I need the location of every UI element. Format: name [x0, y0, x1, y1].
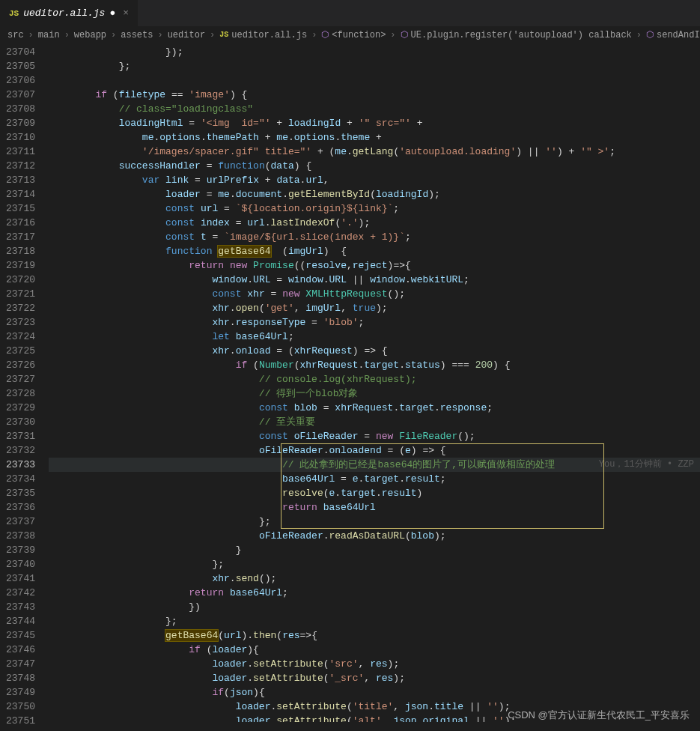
line-number: 23728: [6, 386, 35, 401]
symbol-icon: ⬡: [321, 29, 329, 40]
line-number: 23715: [6, 201, 35, 216]
code-line[interactable]: successHandler = function(data) {: [49, 159, 700, 173]
line-number: 23752: [6, 728, 35, 731]
line-number: 23732: [6, 443, 35, 458]
line-number: 23716: [6, 216, 35, 230]
breadcrumb-symbol[interactable]: UE.plugin.register('autoupload') callbac…: [411, 30, 632, 40]
line-number: 23718: [6, 244, 35, 258]
line-number: 23710: [6, 130, 35, 145]
code-line[interactable]: const url = `${location.origin}${link}`;: [49, 201, 700, 216]
code-line[interactable]: xhr.send();: [49, 571, 700, 586]
line-number: 23739: [6, 543, 35, 557]
code-line[interactable]: };: [49, 614, 700, 628]
line-number: 23711: [6, 145, 35, 159]
code-line[interactable]: var link = urlPrefix + data.url,: [49, 173, 700, 187]
code-line[interactable]: [49, 73, 700, 88]
line-gutter: 2370423705237062370723708237092371023711…: [0, 43, 49, 722]
tab-ueditor[interactable]: JS ueditor.all.js ● ×: [0, 0, 138, 26]
code-line[interactable]: if (Number(xhrRequest.target.status) ===…: [49, 358, 700, 372]
tab-filename: ueditor.all.js: [23, 7, 105, 19]
breadcrumb-symbol[interactable]: <function>: [332, 30, 386, 40]
js-file-icon: JS: [9, 9, 19, 18]
code-line[interactable]: }): [49, 600, 700, 614]
code-line[interactable]: // class="loadingclass": [49, 102, 700, 116]
code-line[interactable]: };: [49, 515, 700, 529]
breadcrumb-file[interactable]: ueditor.all.js: [231, 30, 307, 40]
breadcrumb-part[interactable]: ueditor: [168, 30, 205, 40]
code-line[interactable]: });: [49, 45, 700, 59]
code-line[interactable]: const blob = xhrRequest.target.response;: [49, 401, 700, 415]
line-number: 23738: [6, 529, 35, 543]
code-line[interactable]: xhr.responseType = 'blob';: [49, 315, 700, 330]
line-number: 23730: [6, 415, 35, 429]
code-editor[interactable]: 2370423705237062370723708237092371023711…: [0, 43, 700, 722]
line-number: 23724: [6, 330, 35, 344]
breadcrumb[interactable]: src›main›webapp›assets›ueditor›JS uedito…: [0, 26, 700, 43]
code-line[interactable]: const xhr = new XMLHttpRequest();: [49, 287, 700, 301]
code-line[interactable]: // 此处拿到的已经是base64的图片了,可以赋值做相应的处理You，11分钟…: [49, 458, 700, 472]
code-line[interactable]: if(json){: [49, 685, 700, 700]
code-line[interactable]: getBase64(url).then(res=>{: [49, 628, 700, 643]
code-line[interactable]: base64Url = e.target.result;: [49, 472, 700, 486]
line-number: 23709: [6, 116, 35, 130]
code-line[interactable]: oFileReader.onloadend = (e) => {: [49, 443, 700, 458]
code-line[interactable]: const index = url.lastIndexOf('.');: [49, 216, 700, 230]
symbol-icon: ⬡: [646, 29, 654, 40]
code-area[interactable]: }); }; if (filetype == 'image') { // cla…: [49, 43, 700, 722]
git-blame-annotation: You，11分钟前 • ZZP: [599, 458, 694, 472]
line-number: 23705: [6, 59, 35, 73]
breadcrumb-part[interactable]: main: [38, 30, 60, 40]
code-line[interactable]: // 得到一个blob对象: [49, 386, 700, 401]
line-number: 23747: [6, 657, 35, 671]
line-number: 23719: [6, 258, 35, 273]
code-line[interactable]: const oFileReader = new FileReader();: [49, 429, 700, 443]
code-line[interactable]: oFileReader.readAsDataURL(blob);: [49, 529, 700, 543]
breadcrumb-part[interactable]: assets: [121, 30, 153, 40]
code-line[interactable]: xhr.onload = (xhrRequest) => {: [49, 344, 700, 358]
code-line[interactable]: let base64Url;: [49, 330, 700, 344]
code-line[interactable]: // console.log(xhrRequest);: [49, 372, 700, 386]
code-line[interactable]: };: [49, 59, 700, 73]
tab-modified-indicator: ●: [109, 7, 115, 19]
line-number: 23717: [6, 230, 35, 244]
line-number: 23748: [6, 671, 35, 685]
code-line[interactable]: loader.setAttribute('src', res);: [49, 657, 700, 671]
code-line[interactable]: xhr.open('get', imgUrl, true);: [49, 301, 700, 315]
code-line[interactable]: if (loader){: [49, 643, 700, 657]
line-number: 23734: [6, 472, 35, 486]
line-number: 23723: [6, 315, 35, 330]
line-number: 23725: [6, 344, 35, 358]
code-line[interactable]: return base64Url: [49, 500, 700, 515]
code-line[interactable]: // 至关重要: [49, 415, 700, 429]
line-number: 23707: [6, 88, 35, 102]
code-line[interactable]: return new Promise((resolve,reject)=>{: [49, 258, 700, 273]
code-line[interactable]: const t = `image/${url.slice(index + 1)}…: [49, 230, 700, 244]
line-number: 23735: [6, 486, 35, 500]
code-line[interactable]: }: [49, 543, 700, 557]
code-line[interactable]: '/images/spacer.gif" title="' + (me.getL…: [49, 145, 700, 159]
line-number: 23720: [6, 273, 35, 287]
code-line[interactable]: loader = me.document.getElementById(load…: [49, 187, 700, 201]
line-number: 23713: [6, 173, 35, 187]
breadcrumb-part[interactable]: src: [7, 30, 24, 40]
line-number: 23706: [6, 73, 35, 88]
code-line[interactable]: me.options.themePath + me.options.theme …: [49, 130, 700, 145]
breadcrumb-symbol[interactable]: sendAndInsertFile: [657, 30, 700, 40]
code-line[interactable]: loader.setAttribute('_src', res);: [49, 671, 700, 685]
line-number: 23708: [6, 102, 35, 116]
tab-close-button[interactable]: ×: [123, 7, 129, 19]
code-line[interactable]: if (filetype == 'image') {: [49, 88, 700, 102]
line-number: 23737: [6, 515, 35, 529]
line-number: 23749: [6, 685, 35, 700]
line-number: 23751: [6, 714, 35, 728]
code-line[interactable]: loadingHtml = '<img id="' + loadingId + …: [49, 116, 700, 130]
code-line[interactable]: return base64Url;: [49, 586, 700, 600]
line-number: 23740: [6, 557, 35, 571]
breadcrumb-part[interactable]: webapp: [74, 30, 106, 40]
code-line[interactable]: window.URL = window.URL || window.webkit…: [49, 273, 700, 287]
code-line[interactable]: function getBase64 (imgUrl) {: [49, 244, 700, 258]
tab-bar: JS ueditor.all.js ● ×: [0, 0, 700, 26]
code-line[interactable]: resolve(e.target.result): [49, 486, 700, 500]
line-number: 23726: [6, 358, 35, 372]
code-line[interactable]: };: [49, 557, 700, 571]
